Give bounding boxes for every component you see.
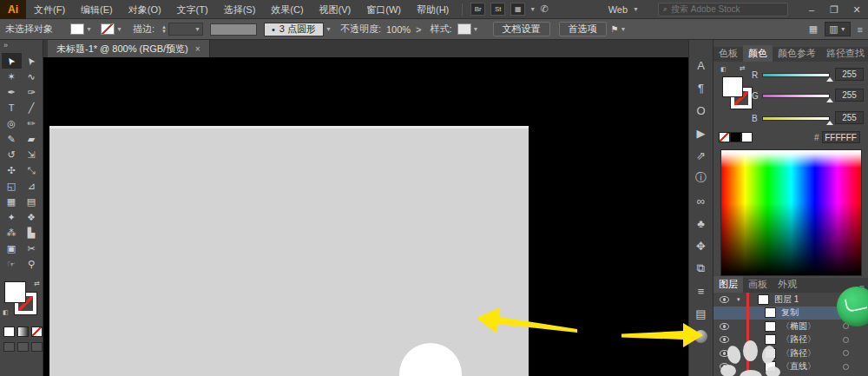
actions-panel-icon[interactable]: ▶	[690, 122, 713, 144]
symbol-sprayer-tool[interactable]: ⁂	[2, 225, 22, 241]
blue-slider-handle[interactable]	[826, 121, 833, 125]
chevron-down-icon[interactable]: ▼	[86, 26, 92, 32]
hex-value-field[interactable]: FFFFFF	[822, 131, 860, 143]
layer-thumbnail[interactable]	[765, 307, 776, 318]
lasso-tool[interactable]: ∿	[22, 69, 42, 84]
workspace-switcher[interactable]: Web ▼	[602, 4, 646, 15]
tab-color-guide[interactable]: 颜色参考	[773, 45, 821, 62]
draw-behind-button[interactable]	[17, 342, 29, 352]
arrange-documents-icon[interactable]: ▦	[510, 3, 525, 16]
draw-normal-button[interactable]	[3, 342, 15, 352]
tab-artboards[interactable]: 画板	[743, 276, 773, 293]
target-circle-icon[interactable]	[843, 350, 849, 356]
artboard[interactable]	[49, 126, 529, 376]
menu-item-window[interactable]: 窗口(W)	[358, 0, 409, 19]
stock-icon[interactable]: St	[490, 3, 505, 16]
collapse-panel-icon[interactable]: »	[0, 40, 43, 50]
tab-layers[interactable]: 图层	[713, 276, 743, 293]
fill-box[interactable]	[4, 281, 26, 303]
close-tab-icon[interactable]: ×	[195, 44, 201, 54]
tab-swatches[interactable]: 色板	[713, 45, 743, 62]
zoom-tool[interactable]: ⚲	[22, 256, 42, 272]
minimize-button[interactable]: –	[800, 0, 823, 19]
magic-wand-tool[interactable]: ✶	[2, 69, 22, 84]
width-profile-preview[interactable]	[210, 23, 257, 36]
color-spectrum[interactable]	[720, 149, 862, 276]
layer-thumbnail[interactable]	[765, 334, 776, 345]
shape-builder-tool[interactable]: ◱	[2, 178, 22, 194]
stock-search[interactable]: ⌕	[658, 3, 788, 16]
layer-name[interactable]: 〈路径〉	[781, 347, 816, 360]
menu-item-object[interactable]: 对象(O)	[121, 0, 169, 19]
opentype-panel-icon[interactable]: O	[690, 99, 713, 122]
layer-name[interactable]: 图层 1	[774, 294, 799, 306]
layer-name[interactable]: 复制	[781, 307, 799, 319]
layer-thumbnail[interactable]	[765, 321, 776, 332]
tab-color[interactable]: 颜色	[743, 45, 773, 62]
pencil-tool[interactable]: ✎	[2, 131, 22, 147]
visibility-eye-icon[interactable]	[720, 323, 729, 330]
layer-row[interactable]: 〈路径〉	[713, 333, 868, 347]
opacity-value[interactable]: 100%	[386, 24, 411, 35]
blend-tool[interactable]: ❖	[22, 209, 42, 225]
options-icon[interactable]: ⚑	[611, 24, 619, 34]
opacity-more-button[interactable]: >	[416, 24, 421, 35]
canvas[interactable]	[43, 57, 688, 376]
hand-tool[interactable]: ☞	[2, 256, 22, 272]
eyedropper-tool[interactable]: ✦	[2, 209, 22, 225]
menu-item-file[interactable]: 文件(F)	[26, 0, 73, 19]
gradient-tool[interactable]: ▤	[22, 194, 42, 209]
chevron-down-icon[interactable]: ▼	[473, 26, 479, 32]
links-panel-icon[interactable]: ∞	[690, 189, 713, 212]
direct-selection-tool[interactable]: ➤	[22, 53, 42, 69]
gradient-button[interactable]	[17, 327, 29, 337]
symbols-panel-icon[interactable]: ✥	[690, 234, 713, 257]
default-fill-stroke-icon[interactable]: ◧	[720, 66, 727, 73]
menu-item-view[interactable]: 视图(V)	[312, 0, 359, 19]
swap-fill-stroke-icon[interactable]: ⇄	[34, 280, 40, 287]
layer-name[interactable]: 〈椭圆〉	[781, 320, 816, 333]
selection-tool[interactable]: ➤	[2, 53, 22, 69]
color-button[interactable]	[3, 327, 15, 337]
eraser-tool[interactable]: ▰	[22, 131, 42, 147]
visibility-eye-icon[interactable]	[720, 296, 729, 303]
layer-name[interactable]: 〈路径〉	[781, 333, 816, 346]
blue-value-field[interactable]: 255	[835, 111, 864, 124]
document-tab[interactable]: 未标题-1* @ 800% (RGB/预览) ×	[48, 40, 210, 57]
green-slider-handle[interactable]	[826, 98, 833, 102]
list-icon[interactable]: ≡	[858, 24, 863, 35]
brush-definition[interactable]: • 3 点圆形	[264, 23, 324, 36]
gradient-panel-icon[interactable]: ▤	[690, 302, 713, 325]
asset-export-panel-icon[interactable]: ⧉	[690, 257, 713, 280]
expand-arrow-icon[interactable]: ▾	[737, 296, 746, 303]
ellipse-tool[interactable]: ◎	[2, 115, 22, 131]
layer-thumbnail[interactable]	[758, 294, 769, 305]
tab-pathfinder[interactable]: 路径查找	[821, 45, 868, 62]
fill-stroke-indicator[interactable]: ⇄ ◧	[4, 281, 39, 321]
none-button[interactable]	[31, 327, 43, 337]
default-fill-stroke-icon[interactable]: ◧	[3, 309, 9, 316]
target-circle-icon[interactable]	[843, 364, 849, 370]
grid-icon[interactable]: ▦	[809, 23, 818, 35]
perspective-grid-tool[interactable]: ⊿	[22, 178, 42, 194]
red-value-field[interactable]: 255	[835, 68, 864, 81]
stroke-panel-icon[interactable]: ≡	[690, 280, 713, 302]
none-swatch[interactable]	[719, 132, 730, 142]
paragraph-panel-icon[interactable]: ¶	[690, 76, 713, 99]
panel-toggle-icon[interactable]: ▥▼	[825, 22, 850, 36]
menu-item-type[interactable]: 文字(T)	[169, 0, 216, 19]
stroke-stepper[interactable]: ▲▼	[161, 25, 167, 34]
column-graph-tool[interactable]: ▙	[22, 225, 42, 241]
visibility-eye-icon[interactable]	[720, 336, 729, 343]
menu-item-effect[interactable]: 效果(C)	[263, 0, 311, 19]
red-slider[interactable]	[762, 73, 830, 77]
transparency-panel-icon[interactable]	[690, 325, 713, 347]
character-panel-icon[interactable]: A	[690, 54, 713, 76]
tab-appearance[interactable]: 外观	[773, 276, 802, 293]
bridge-icon[interactable]: Br	[470, 3, 485, 16]
black-swatch[interactable]	[730, 132, 741, 142]
free-transform-tool[interactable]: ⤡	[22, 162, 42, 178]
search-input[interactable]	[671, 4, 775, 14]
menu-item-edit[interactable]: 编辑(E)	[73, 0, 121, 19]
chevron-down-icon[interactable]: ▼	[326, 26, 332, 32]
